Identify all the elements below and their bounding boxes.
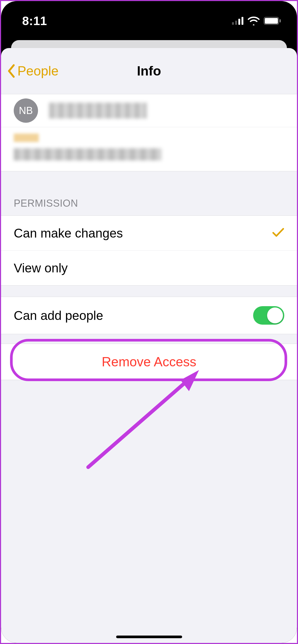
permission-section: Can make changes View only	[1, 215, 297, 286]
home-indicator[interactable]	[116, 636, 182, 638]
avatar: NB	[14, 98, 38, 123]
can-add-people-section: Can add people	[1, 297, 297, 334]
person-email-row[interactable]	[1, 127, 297, 171]
phone-frame: 8:11	[1, 1, 297, 643]
svg-rect-0	[232, 22, 234, 25]
status-bar: 8:11	[1, 1, 297, 41]
person-email-redacted	[14, 148, 162, 160]
wifi-icon	[247, 16, 260, 25]
can-add-people-label: Can add people	[14, 308, 103, 323]
back-label: People	[17, 63, 59, 79]
sheet: People Info NB PERMISSION Can make chang…	[1, 48, 297, 643]
permission-view-only[interactable]: View only	[1, 250, 297, 285]
cellular-signal-icon	[232, 17, 244, 25]
svg-rect-1	[235, 21, 237, 25]
permission-option-label: Can make changes	[14, 226, 123, 240]
page-title: Info	[137, 63, 161, 79]
remove-access-section: Remove Access	[1, 344, 297, 380]
person-name-redacted	[49, 103, 147, 119]
nav-bar: People Info	[1, 48, 297, 94]
battery-icon	[264, 17, 281, 25]
svg-rect-6	[280, 19, 281, 22]
back-button[interactable]: People	[7, 63, 59, 79]
checkmark-icon	[272, 226, 284, 240]
email-label-redacted	[14, 134, 39, 142]
chevron-left-icon	[7, 64, 15, 78]
status-time: 8:11	[22, 14, 47, 28]
person-row[interactable]: NB	[1, 94, 297, 127]
remove-access-button[interactable]: Remove Access	[1, 344, 297, 380]
svg-rect-5	[265, 18, 278, 24]
svg-rect-2	[238, 19, 240, 25]
permission-option-label: View only	[14, 261, 68, 275]
permission-header: PERMISSION	[1, 171, 297, 215]
remove-access-label: Remove Access	[102, 354, 196, 370]
status-icons	[232, 16, 281, 25]
can-add-people-toggle[interactable]	[253, 306, 284, 325]
svg-rect-3	[242, 17, 243, 25]
permission-can-make-changes[interactable]: Can make changes	[1, 216, 297, 250]
can-add-people-row[interactable]: Can add people	[1, 297, 297, 334]
person-section: NB	[1, 94, 297, 171]
toggle-knob	[267, 307, 283, 323]
